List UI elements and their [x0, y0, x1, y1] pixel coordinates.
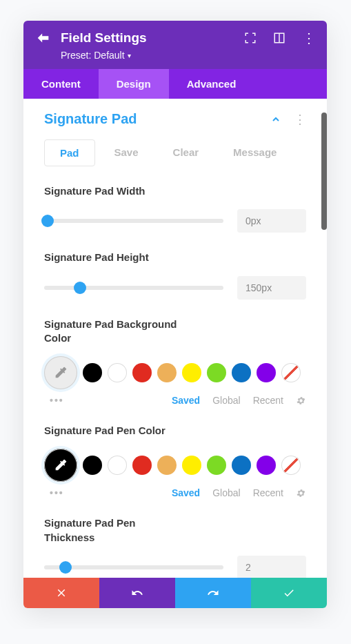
- thickness-slider[interactable]: [44, 565, 223, 569]
- palette-recent[interactable]: Recent: [253, 487, 283, 498]
- swatch-transparent[interactable]: [281, 456, 301, 475]
- undo-icon: [131, 587, 143, 599]
- eyedropper-icon: [53, 458, 68, 473]
- swatch-purple[interactable]: [257, 363, 276, 382]
- palette-saved[interactable]: Saved: [172, 395, 200, 406]
- swatch-orange[interactable]: [157, 456, 177, 475]
- height-label: Signature Pad Height: [44, 251, 189, 264]
- swatch-black[interactable]: [83, 363, 102, 382]
- height-thumb[interactable]: [74, 282, 86, 294]
- subtabs: Pad Save Clear Message: [44, 139, 306, 166]
- eyedropper-icon: [53, 365, 68, 380]
- preset-label: Preset: Default: [61, 50, 125, 61]
- palette-global[interactable]: Global: [212, 487, 240, 498]
- redo-button[interactable]: [175, 578, 251, 608]
- tab-design[interactable]: Design: [99, 69, 169, 99]
- field-bgcolor: Signature Pad Background Color ••• Saved…: [44, 318, 306, 407]
- palette-global[interactable]: Global: [212, 395, 240, 406]
- width-label: Signature Pad Width: [44, 184, 189, 198]
- thickness-row: [44, 556, 306, 578]
- width-slider[interactable]: [44, 219, 223, 223]
- footer: [23, 578, 327, 608]
- pencolor-swatches: [44, 449, 306, 482]
- swatch-red[interactable]: [132, 363, 152, 382]
- swatch-blue[interactable]: [232, 363, 251, 382]
- focus-icon[interactable]: [244, 32, 257, 44]
- thickness-label: Signature Pad Pen Thickness: [44, 516, 189, 545]
- header-top: Field Settings ⋮: [23, 21, 327, 50]
- more-icon[interactable]: •••: [50, 395, 64, 406]
- chevron-up-icon[interactable]: [270, 114, 281, 125]
- subtab-save[interactable]: Save: [99, 139, 154, 166]
- gear-icon[interactable]: [296, 488, 306, 498]
- bgcolor-label: Signature Pad Background Color: [44, 318, 189, 346]
- field-height: Signature Pad Height: [44, 251, 306, 299]
- redo-icon: [207, 587, 219, 599]
- discard-button[interactable]: [23, 578, 99, 608]
- preset-selector[interactable]: Preset: Default ▾: [23, 50, 327, 69]
- pencolor-picker[interactable]: [44, 449, 77, 482]
- close-icon: [55, 587, 68, 599]
- header-title: Field Settings: [61, 30, 234, 46]
- section-header: Signature Pad ⋮: [44, 111, 306, 127]
- swatch-green[interactable]: [207, 363, 226, 382]
- settings-panel: Field Settings ⋮ Preset: Default ▾ Conte…: [23, 21, 327, 608]
- width-input[interactable]: [237, 209, 306, 233]
- back-icon[interactable]: [36, 30, 51, 46]
- field-thickness: Signature Pad Pen Thickness: [44, 516, 306, 578]
- field-width: Signature Pad Width: [44, 184, 306, 233]
- pencolor-label: Signature Pad Pen Color: [44, 424, 189, 438]
- thickness-thumb[interactable]: [59, 561, 72, 574]
- width-thumb[interactable]: [41, 215, 54, 227]
- field-pencolor: Signature Pad Pen Color ••• Saved Global: [44, 424, 306, 498]
- save-button[interactable]: [251, 578, 327, 608]
- split-view-icon[interactable]: [273, 32, 285, 44]
- swatch-orange[interactable]: [157, 363, 177, 382]
- header-actions: ⋮: [244, 32, 314, 44]
- palette-saved[interactable]: Saved: [172, 487, 200, 498]
- header: Field Settings ⋮ Preset: Default ▾ Conte…: [23, 21, 327, 99]
- swatch-green[interactable]: [207, 456, 226, 475]
- swatch-yellow[interactable]: [182, 363, 201, 382]
- swatch-black[interactable]: [83, 456, 102, 475]
- section-menu-icon[interactable]: ⋮: [294, 113, 306, 126]
- thickness-input[interactable]: [237, 556, 306, 578]
- subtab-pad[interactable]: Pad: [44, 139, 95, 166]
- body: Signature Pad ⋮ Pad Save Clear Message S…: [23, 99, 327, 578]
- subtab-message[interactable]: Message: [218, 139, 292, 166]
- gear-icon[interactable]: [296, 396, 306, 406]
- bgcolor-picker[interactable]: [44, 356, 77, 389]
- main-tabs: Content Design Advanced: [23, 69, 327, 99]
- height-slider[interactable]: [44, 286, 223, 290]
- scrollbar[interactable]: [321, 113, 327, 230]
- swatch-white[interactable]: [108, 456, 127, 475]
- bgcolor-swatches: [44, 356, 306, 389]
- undo-button[interactable]: [99, 578, 175, 608]
- kebab-menu-icon[interactable]: ⋮: [302, 32, 314, 44]
- bgcolor-footer: ••• Saved Global Recent: [44, 395, 306, 406]
- swatch-red[interactable]: [132, 456, 152, 475]
- caret-down-icon: ▾: [128, 52, 131, 59]
- swatch-purple[interactable]: [257, 456, 276, 475]
- more-icon[interactable]: •••: [50, 487, 64, 498]
- swatch-yellow[interactable]: [182, 456, 201, 475]
- height-row: [44, 276, 306, 300]
- palette-recent[interactable]: Recent: [253, 395, 283, 406]
- tab-advanced[interactable]: Advanced: [169, 69, 254, 99]
- tab-content[interactable]: Content: [23, 69, 99, 99]
- subtab-clear[interactable]: Clear: [158, 139, 214, 166]
- width-row: [44, 209, 306, 233]
- check-icon: [283, 587, 295, 599]
- swatch-transparent[interactable]: [281, 363, 301, 382]
- swatch-white[interactable]: [108, 363, 127, 382]
- swatch-blue[interactable]: [232, 456, 251, 475]
- height-input[interactable]: [237, 276, 306, 300]
- pencolor-footer: ••• Saved Global Recent: [44, 487, 306, 498]
- section-title[interactable]: Signature Pad: [44, 111, 270, 127]
